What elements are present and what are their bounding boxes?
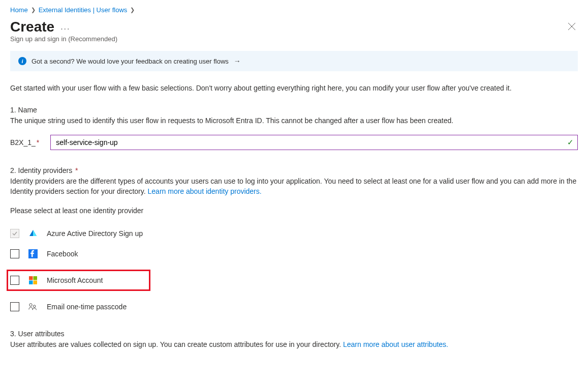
- feedback-banner-text: Got a second? We would love your feedbac…: [32, 57, 229, 65]
- name-description: The unique string used to identify this …: [10, 116, 578, 126]
- close-icon: [568, 22, 576, 31]
- provider-label: Azure Active Directory Sign up: [47, 229, 143, 238]
- provider-microsoft-checkbox[interactable]: [10, 276, 19, 285]
- svg-point-8: [33, 305, 36, 308]
- svg-rect-3: [29, 276, 33, 280]
- page-title: Create: [10, 19, 54, 35]
- user-attributes-section: 3. User attributes User attributes are v…: [10, 330, 578, 350]
- title-row: Create ···: [10, 19, 578, 35]
- provider-label: Microsoft Account: [47, 276, 103, 284]
- close-button[interactable]: [566, 20, 578, 34]
- provider-email-otp: Email one-time passcode: [10, 302, 578, 311]
- provider-facebook: Facebook: [10, 249, 578, 258]
- learn-more-attributes-link[interactable]: Learn more about user attributes.: [343, 340, 448, 348]
- provider-facebook-checkbox[interactable]: [10, 249, 19, 258]
- please-select-text: Please select at least one identity prov…: [10, 207, 578, 215]
- provider-label: Email one-time passcode: [47, 303, 127, 311]
- more-actions-button[interactable]: ···: [60, 24, 70, 34]
- valid-check-icon: ✓: [567, 138, 574, 147]
- chevron-right-icon: ❯: [130, 7, 135, 13]
- name-prefix-label: B2X_1_*: [10, 138, 39, 146]
- intro-text: Get started with your user flow with a f…: [10, 83, 578, 94]
- svg-point-7: [29, 304, 32, 306]
- attributes-description: User attributes are values collected on …: [10, 340, 578, 350]
- name-heading: 1. Name: [10, 106, 578, 114]
- identity-provider-list: Azure Active Directory Sign up Facebook: [10, 229, 578, 311]
- email-otp-icon: [28, 302, 38, 311]
- facebook-icon: [28, 249, 38, 258]
- attributes-heading: 3. User attributes: [10, 330, 578, 338]
- identity-heading: 2. Identity providers *: [10, 166, 578, 174]
- identity-description: Identity providers are the different typ…: [10, 177, 578, 196]
- svg-marker-1: [33, 230, 37, 236]
- azure-ad-icon: [28, 229, 38, 238]
- identity-providers-section: 2. Identity providers * Identity provide…: [10, 166, 578, 311]
- feedback-banner[interactable]: i Got a second? We would love your feedb…: [10, 51, 578, 71]
- page-subtitle: Sign up and sign in (Recommended): [10, 35, 578, 43]
- chevron-right-icon: ❯: [31, 7, 36, 13]
- svg-rect-5: [29, 281, 33, 285]
- breadcrumb-external-identities[interactable]: External Identities | User flows: [39, 6, 128, 14]
- user-flow-name-input[interactable]: [50, 135, 578, 150]
- provider-email-otp-checkbox[interactable]: [10, 302, 19, 311]
- svg-rect-6: [34, 281, 38, 285]
- provider-azure-ad-checkbox: [10, 229, 19, 238]
- name-section: 1. Name The unique string used to identi…: [10, 106, 578, 151]
- microsoft-icon: [28, 276, 38, 285]
- svg-rect-4: [34, 276, 38, 280]
- info-icon: i: [18, 57, 26, 65]
- learn-more-identity-link[interactable]: Learn more about identity providers.: [148, 187, 262, 195]
- provider-azure-ad: Azure Active Directory Sign up: [10, 229, 578, 238]
- provider-microsoft-highlighted: Microsoft Account: [10, 270, 578, 291]
- arrow-right-icon: →: [234, 57, 241, 65]
- breadcrumb-home[interactable]: Home: [10, 6, 28, 14]
- provider-label: Facebook: [47, 250, 78, 258]
- breadcrumb: Home ❯ External Identities | User flows …: [10, 6, 578, 14]
